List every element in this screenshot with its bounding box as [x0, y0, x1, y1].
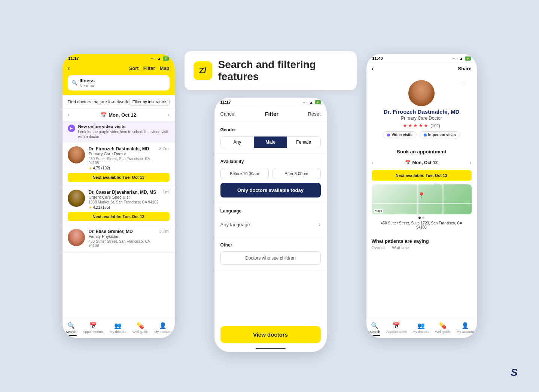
well-guide-nav-icon: 💊	[137, 322, 144, 329]
overall-label: Overall	[372, 245, 385, 250]
nav-active-indicator	[369, 335, 380, 336]
star-icon: ★	[408, 123, 412, 128]
nav-my-doctors[interactable]: 👥 My doctors	[110, 322, 126, 336]
nav-my-account[interactable]: 👤 My account	[457, 322, 474, 336]
available-button[interactable]: Next available: Tue, Oct 13	[68, 173, 170, 182]
alert-description: Look for the purple video icon to schedu…	[78, 129, 170, 139]
nav-well-guide[interactable]: 💊 Well guide	[133, 322, 148, 336]
next-date-button[interactable]: ›	[168, 112, 170, 118]
search-bar[interactable]: 🔍 Illness Near me	[68, 75, 170, 91]
gender-female-button[interactable]: Female	[287, 137, 320, 148]
rating-count: (175)	[101, 205, 110, 209]
nav-my-doctors-label: My doctors	[110, 330, 126, 334]
nav-search[interactable]: 🔍 Search	[66, 322, 77, 336]
doctor-card-top: Dr. Caesar Djavaherian, MD, MS Urgent Ca…	[68, 190, 170, 209]
back-button[interactable]: ‹	[68, 64, 70, 72]
map-button[interactable]: Map	[160, 65, 170, 71]
favorite-icon[interactable]: ♡	[460, 80, 466, 88]
insurance-bar: Find doctors that are in-network Filter …	[63, 95, 175, 109]
signal-icon: ····	[453, 57, 458, 60]
video-visits-label: Video visits	[392, 133, 412, 137]
logo-text: Z/	[199, 66, 207, 76]
language-row[interactable]: Any language ›	[220, 217, 321, 232]
search-icon: 🔍	[71, 80, 77, 86]
rating-count: (102)	[101, 166, 110, 170]
right-status-icons: ···· ▲ ⚡	[453, 56, 471, 61]
doctor-card[interactable]: Dr. Firoozeh Dastmalchi, MD Primary Care…	[63, 143, 175, 186]
cancel-button[interactable]: Cancel	[220, 111, 235, 117]
patients-title: What patients are saying	[372, 238, 472, 244]
chevron-right-icon: ›	[319, 221, 320, 228]
search-text: Illness Near me	[80, 78, 95, 88]
right-phone: 11:40 ···· ▲ ⚡ ‹ Share ♡ Dr. Firoozeh Da…	[366, 54, 477, 338]
filter-insurance-button[interactable]: Filter by insurance	[129, 98, 170, 105]
doctor-card-top: Dr. Elise Grenier, MD Family Physician 4…	[68, 229, 170, 249]
nav-appointments[interactable]: 📅 Appointments	[386, 322, 407, 336]
nav-my-doctors[interactable]: 👥 My doctors	[413, 322, 429, 336]
appointments-nav-icon: 📅	[393, 322, 400, 329]
prev-date-button[interactable]: ‹	[68, 112, 70, 118]
nav-search-label: Search	[369, 330, 380, 334]
nav-appointments[interactable]: 📅 Appointments	[83, 322, 103, 336]
review-count: (102)	[430, 123, 440, 128]
doctor-card[interactable]: Dr. Caesar Djavaherian, MD, MS Urgent Ca…	[63, 186, 175, 225]
share-button[interactable]: Share	[458, 66, 471, 71]
nav-search-label: Search	[66, 330, 77, 334]
nav-appointments-label: Appointments	[386, 330, 407, 334]
prev-date-button[interactable]: ‹	[372, 160, 374, 166]
star-icon: ★	[403, 123, 407, 128]
alert-banner: ▶ New online video visits Look for the p…	[63, 121, 175, 143]
view-doctors-button[interactable]: View doctors	[220, 326, 321, 343]
patients-section: What patients are saying Overall Wait ti…	[366, 235, 477, 253]
book-date: 📅 Mon, Oct 12	[405, 160, 438, 165]
filter-header: Cancel Filter Reset	[214, 106, 327, 122]
language-label: Language	[220, 208, 321, 214]
next-date-button[interactable]: ›	[470, 160, 472, 166]
sort-button[interactable]: Sort	[129, 65, 139, 71]
filter-button[interactable]: Filter	[143, 65, 155, 71]
map-dot-inactive	[422, 217, 424, 219]
book-date-label: Mon, Oct 12	[412, 160, 438, 165]
nav-well-guide[interactable]: 💊 Well guide	[435, 322, 451, 336]
doctor-distance: 3.7mi	[159, 229, 170, 233]
available-button[interactable]: Next available: Tue, Oct 13	[68, 212, 170, 221]
nav-my-account-label: My account	[154, 330, 171, 334]
appointments-nav-icon: 📅	[89, 322, 97, 329]
back-button[interactable]: ‹	[372, 65, 374, 73]
star-icon: ★	[89, 205, 92, 209]
nav-my-account[interactable]: 👤 My account	[154, 322, 171, 336]
doctor-name: Dr. Elise Grenier, MD	[89, 229, 156, 234]
doctor-name: Dr. Firoozeh Dastmalchi, MD	[89, 146, 156, 151]
avatar	[68, 146, 85, 163]
maps-logo: Maps	[374, 209, 384, 213]
wifi-icon: ▲	[310, 100, 313, 104]
nav-search[interactable]: 🔍 Search	[369, 322, 380, 336]
availability-section: Availability Before 10:00am After 5:00pm…	[214, 154, 327, 203]
nav-my-account-label: My account	[457, 330, 474, 334]
date-nav-right: ‹ 📅 Mon, Oct 12 ›	[372, 157, 472, 168]
well-guide-nav-icon: 💊	[439, 322, 447, 329]
gender-section: Gender Any Male Female	[214, 122, 327, 154]
before-10am-button[interactable]: Before 10:00am	[220, 168, 269, 179]
my-doctors-nav-icon: 👥	[114, 322, 122, 329]
doctor-card[interactable]: Dr. Elise Grenier, MD Family Physician 4…	[63, 225, 175, 253]
calendar-icon: 📅	[101, 112, 107, 118]
alert-title: New online video visits	[78, 124, 170, 129]
doctor-info: Dr. Elise Grenier, MD Family Physician 4…	[89, 229, 156, 249]
after-5pm-button[interactable]: After 5:00pm	[272, 168, 321, 179]
nav-appointments-label: Appointments	[83, 330, 103, 334]
gender-any-button[interactable]: Any	[221, 137, 254, 148]
only-today-button[interactable]: Only doctors available today	[220, 183, 321, 197]
gender-male-button[interactable]: Male	[254, 137, 287, 148]
middle-phone: 11:17 ···· ▲ ⚡ Cancel Filter Reset Gende…	[214, 98, 327, 352]
doctor-specialty: Primary Care Doctor	[89, 151, 156, 156]
children-filter-button[interactable]: Doctors who see children	[220, 251, 321, 265]
next-available-button[interactable]: Next available: Tue, Oct 13	[372, 170, 472, 181]
map-view[interactable]: 📍 Maps	[372, 184, 472, 214]
reset-button[interactable]: Reset	[308, 111, 321, 117]
avatar	[68, 190, 85, 207]
doctor-rating: ★ 4.75 (102)	[89, 166, 156, 170]
map-pagination	[372, 217, 472, 219]
doctor-card-top: Dr. Firoozeh Dastmalchi, MD Primary Care…	[68, 146, 170, 170]
my-account-nav-icon: 👤	[462, 322, 469, 329]
